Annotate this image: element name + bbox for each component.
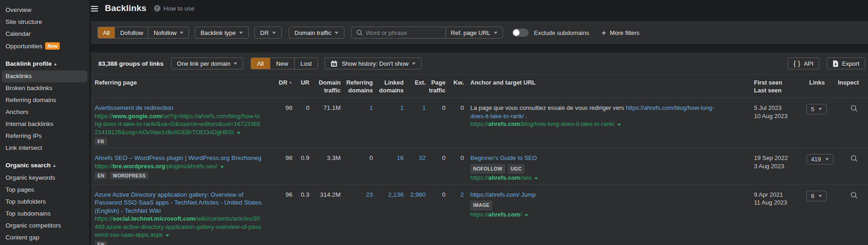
sidebar-item-anchors[interactable]: Anchors [0, 106, 89, 118]
sidebar-item-content-gap[interactable]: Content gap [0, 232, 89, 244]
col-anchor[interactable]: Anchor and target URL [464, 79, 750, 94]
search-input[interactable] [366, 29, 445, 36]
chevron-down-icon [818, 108, 822, 110]
how-to-use[interactable]: ? How to use [154, 5, 195, 12]
col-dr[interactable]: DR▼ [274, 79, 292, 94]
scope-lost[interactable]: Lost [294, 58, 318, 69]
sidebar-item-site-structure[interactable]: Site structure [0, 16, 89, 28]
sidebar-item-organic-keywords[interactable]: Organic keywords [0, 172, 89, 184]
col-first-seen[interactable]: First seen Last seen [750, 79, 803, 94]
sidebar-item-referring-ips[interactable]: Referring IPs [0, 130, 89, 142]
anchor-link[interactable]: https://ahrefs.com/ Jump [470, 191, 536, 198]
col-kw[interactable]: Kw. [445, 79, 464, 94]
referring-page-title[interactable]: Avertissement de redirection [95, 104, 263, 112]
scope-new[interactable]: New [270, 58, 294, 69]
topbar: Backlinks ? How to use [89, 0, 868, 17]
table-row: Ahrefs SEO – WordPress plugin | WordPres… [91, 148, 868, 185]
inspect-icon[interactable] [851, 192, 858, 199]
referring-domains-value[interactable]: 0 [341, 154, 373, 182]
ur-value: 0 [292, 104, 309, 145]
sidebar-item-organic-search[interactable]: Organic search▲ [0, 160, 89, 172]
badge-en: EN [95, 172, 107, 179]
show-history-dropdown[interactable]: Show history: Don't show [325, 57, 422, 69]
chevron-down-icon [234, 63, 237, 65]
target-url[interactable]: https://ahrefs.com/seo [470, 174, 716, 182]
referring-page-url[interactable]: https://bre.wordpress.org/plugins/ahrefs… [95, 162, 263, 171]
linked-domains-value[interactable]: 16 [373, 154, 404, 182]
more-filters-button[interactable]: +More filters [601, 29, 639, 37]
export-button[interactable]: Export [827, 57, 865, 69]
ext-value[interactable]: 32 [404, 154, 426, 182]
filter-dofollow[interactable]: Dofollow [114, 27, 148, 38]
scope-all[interactable]: All [251, 58, 269, 69]
col-linked-domains[interactable]: Linked domains [373, 79, 404, 94]
linked-domains-value[interactable]: 2,136 [373, 191, 404, 245]
linked-domains-value[interactable]: 1 [373, 104, 404, 145]
backlink-type-dropdown[interactable]: Backlink type [194, 27, 249, 39]
braces-icon: { } [794, 60, 800, 67]
chevron-down-icon [335, 32, 338, 34]
row-badges: ENWORDPRESS [95, 172, 263, 179]
inspect-icon[interactable] [851, 105, 858, 112]
plus-icon: + [601, 29, 606, 37]
sidebar-item-top-subdomains[interactable]: Top subdomains [0, 208, 89, 220]
sidebar-item-broken-backlinks[interactable]: Broken backlinks [0, 82, 89, 94]
links-dropdown[interactable]: 5 [806, 104, 827, 114]
sidebar-item-overview[interactable]: Overview [0, 4, 89, 16]
target-url[interactable]: https://ahrefs.com/blog/how-long-does-it… [470, 120, 716, 128]
sidebar-item-organic-competitors[interactable]: Organic competitors [0, 220, 89, 232]
referring-domains-value[interactable]: 23 [341, 191, 373, 245]
results-toolbar: 83,388 groups of links One link per doma… [91, 52, 868, 74]
sidebar-item-opportunities[interactable]: OpportunitiesNew [0, 40, 89, 52]
sidebar-item-backlinks[interactable]: Backlinks [2, 70, 87, 82]
links-cell: 5 [803, 104, 837, 145]
table-body: Avertissement de redirection https://www… [91, 98, 868, 245]
chevron-down-icon [818, 195, 822, 197]
inspect-icon[interactable] [851, 155, 858, 162]
ref-page-url-dropdown[interactable]: Ref. page URL [445, 27, 503, 38]
referring-page-title[interactable]: Ahrefs SEO – WordPress plugin | WordPres… [95, 154, 263, 162]
links-dropdown[interactable]: 6 [806, 191, 827, 201]
search-box: Ref. page URL [351, 27, 503, 39]
exclude-subdomains-toggle[interactable] [512, 28, 529, 37]
url-expand-icon [525, 214, 528, 217]
last-seen: 10 Aug 2023 [754, 112, 803, 120]
sidebar-item-top-subfolders[interactable]: Top subfolders [0, 196, 89, 208]
chevron-down-icon [272, 32, 276, 34]
filter-all[interactable]: All [98, 27, 114, 38]
links-dropdown[interactable]: 419 [806, 154, 834, 165]
col-domain-traffic[interactable]: Domain traffic [309, 79, 341, 94]
domain-traffic-dropdown[interactable]: Domain traffic [289, 27, 344, 39]
sidebar-item-backlink-profile[interactable]: Backlink profile▲ [0, 58, 89, 70]
menu-icon[interactable] [91, 6, 100, 11]
filter-nofollow[interactable]: Nofollow [148, 27, 188, 38]
referring-page-url[interactable]: https://social.technet.microsoft.com/wik… [95, 215, 263, 239]
referring-page-title[interactable]: Azure Active Directory application galle… [95, 191, 263, 215]
col-ur[interactable]: UR [292, 79, 309, 94]
target-url[interactable]: https://ahrefs.com/ [470, 211, 716, 219]
anchor-link[interactable]: Beginner's Guide to SEO [470, 154, 537, 161]
col-links[interactable]: Links [803, 79, 837, 94]
table-row: Azure Active Directory application galle… [91, 185, 868, 245]
col-ext[interactable]: Ext. [404, 79, 426, 94]
one-link-per-domain-dropdown[interactable]: One link per domain [171, 57, 243, 69]
dr-dropdown[interactable]: DR [254, 27, 282, 39]
sidebar-item-top-pages[interactable]: Top pages [0, 184, 89, 196]
col-referring-domains[interactable]: Referring domains [341, 79, 373, 94]
sidebar-item-referring-domains[interactable]: Referring domains [0, 94, 89, 106]
sidebar-item-calendar[interactable]: Calendar [0, 28, 89, 40]
ext-value[interactable]: 2,960 [404, 191, 426, 245]
filter-bar: All Dofollow Nofollow Backlink type DR D… [91, 21, 868, 44]
inspect-cell [837, 191, 868, 245]
chevron-up-icon: ▲ [52, 164, 56, 168]
sidebar-item-internal-backlinks[interactable]: Internal backlinks [0, 118, 89, 130]
col-page-traffic[interactable]: Page traffic [426, 79, 445, 94]
referring-page-url[interactable]: https://www.google.com/url?q=https://ahr… [95, 112, 263, 137]
col-referring-page[interactable]: Referring page [91, 79, 274, 94]
referring-domains-value[interactable]: 1 [341, 104, 373, 145]
sidebar-item-link-intersect[interactable]: Link intersect [0, 142, 89, 154]
api-button[interactable]: { }API [788, 57, 819, 69]
badge-nofollow: NOFOLLOW [470, 164, 505, 174]
ext-value[interactable]: 1 [404, 104, 426, 145]
sort-desc-icon: ▼ [289, 81, 292, 85]
